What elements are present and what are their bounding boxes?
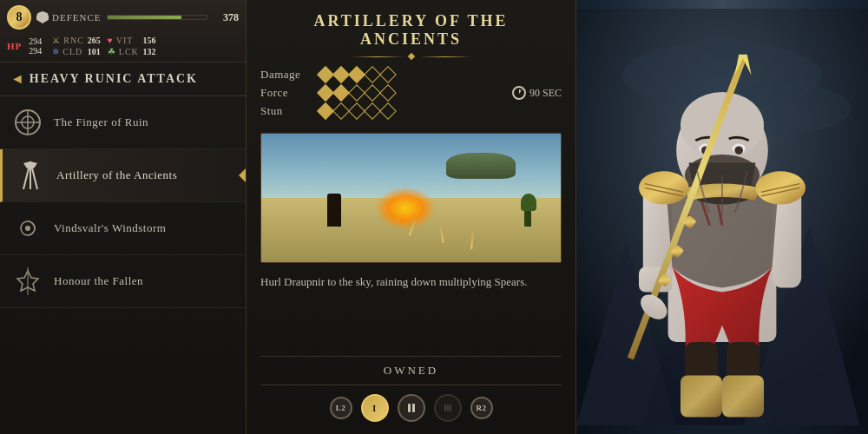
preview-explosion	[375, 187, 436, 230]
cooldown-badge: 90 SEC	[512, 86, 562, 100]
cooldown-value: 90 SEC	[529, 87, 562, 100]
damage-d4	[364, 66, 381, 83]
title-divider	[260, 54, 562, 59]
stat-vit: ♥ VIT 156	[108, 36, 156, 45]
svg-rect-37	[722, 375, 764, 417]
stun-stat-row: Stun	[260, 104, 562, 118]
slot-1-button[interactable]: I	[361, 394, 389, 422]
ability-title: ARTILLERY OF THE ANCIENTS	[260, 12, 562, 49]
stat-cld: ❄ CLD 101	[52, 47, 101, 56]
runic-header: ◄ HEAVY RUNIC ATTACK	[0, 62, 246, 96]
force-label: Force	[260, 86, 312, 100]
lck-label: LCK	[119, 47, 139, 56]
force-d3	[348, 84, 365, 102]
finger-icon	[12, 107, 43, 138]
hp-values: 294294	[29, 36, 42, 56]
back-arrow-icon[interactable]: ◄	[10, 71, 24, 87]
lck-value: 132	[142, 47, 155, 56]
cld-icon: ❄	[52, 47, 59, 56]
preview-island	[446, 153, 516, 179]
defence-label: DEFENCE	[36, 11, 102, 23]
shield-icon	[36, 11, 49, 23]
vindsvalr-label: Vindsvalr's Windstorm	[54, 221, 166, 235]
menu-item-vindsvalr[interactable]: Vindsvalr's Windstorm	[0, 202, 246, 255]
svg-point-22	[681, 92, 764, 159]
vindsvalr-icon	[12, 213, 43, 244]
damage-diamonds	[319, 69, 394, 81]
stats-bar: 8 DEFENCE 378 HP 294294	[0, 0, 246, 62]
menu-item-artillery[interactable]: Artillery of the Ancients	[0, 149, 246, 202]
force-d1	[317, 84, 334, 102]
artillery-icon	[15, 160, 46, 191]
stun-diamonds	[319, 105, 394, 117]
pause-bar-2	[412, 404, 415, 412]
divider-diamond	[407, 53, 414, 60]
ability-stats: Damage Force 90 SEC	[260, 68, 562, 122]
clock-icon	[512, 86, 526, 100]
vit-icon: ♥	[108, 36, 113, 45]
honour-icon	[12, 266, 43, 297]
force-d5	[379, 84, 397, 102]
damage-stat-row: Damage	[260, 68, 562, 82]
force-stat-row: Force 90 SEC	[260, 86, 562, 100]
active-indicator	[239, 168, 246, 182]
hp-label: HP	[7, 41, 22, 51]
pause-icon	[408, 404, 415, 412]
vit-label: VIT	[116, 36, 134, 45]
ability-menu: The Finger of Ruin Artillery of the Anci…	[0, 96, 246, 434]
stun-d4	[364, 102, 381, 120]
ability-preview-image	[260, 133, 562, 263]
stun-d1	[317, 102, 334, 120]
stun-label: Stun	[260, 104, 312, 118]
ability-description: Hurl Draupnir to the sky, raining down m…	[260, 273, 562, 291]
menu-item-honour[interactable]: Honour the Fallen	[0, 255, 246, 308]
honour-label: Honour the Fallen	[54, 274, 143, 288]
owned-badge: OWNED	[260, 356, 562, 385]
defence-row: DEFENCE 378	[36, 11, 239, 24]
stun-d2	[332, 102, 350, 120]
artillery-label: Artillery of the Ancients	[56, 168, 177, 182]
divider-line-left	[352, 56, 404, 57]
rnc-icon: ⚔	[52, 36, 60, 45]
stats-grid: ⚔ RNC 265 ♥ VIT 156 ❄ CLD 101 ☘ LCK	[52, 36, 155, 56]
damage-d3	[348, 66, 365, 83]
sidebar: 8 DEFENCE 378 HP 294294	[0, 0, 247, 434]
preview-tree-top	[521, 194, 536, 211]
force-d2	[332, 84, 350, 102]
preview-scene	[261, 134, 561, 262]
slot-2-button[interactable]	[398, 394, 425, 422]
button-row: L2 I R2	[260, 394, 562, 422]
defence-bar-fill	[108, 16, 182, 19]
svg-point-26	[734, 146, 743, 155]
damage-d5	[379, 66, 397, 83]
slot-3-button[interactable]	[434, 394, 462, 422]
force-diamonds	[319, 87, 394, 99]
rnc-label: RNC	[63, 36, 84, 45]
stat-rnc: ⚔ RNC 265	[52, 36, 101, 45]
level-badge: 8	[7, 5, 31, 30]
pause-bar-1	[408, 404, 411, 412]
l2-button[interactable]: L2	[330, 397, 352, 419]
svg-point-9	[25, 226, 30, 231]
ability-detail-panel: ARTILLERY OF THE ANCIENTS Damage Force	[247, 0, 576, 434]
finger-label: The Finger of Ruin	[54, 115, 148, 129]
stun-d3	[348, 102, 365, 120]
defence-value: 378	[213, 11, 239, 24]
svg-rect-36	[681, 375, 722, 417]
cld-value: 101	[88, 47, 101, 56]
character-panel	[576, 0, 868, 434]
menu-item-finger[interactable]: The Finger of Ruin	[0, 96, 246, 149]
r2-button[interactable]: R2	[470, 397, 493, 419]
divider-line-right	[419, 56, 471, 57]
vit-value: 156	[142, 36, 155, 45]
cld-label: CLD	[62, 47, 82, 56]
kratos-artwork	[576, 0, 868, 434]
runic-section-title: HEAVY RUNIC ATTACK	[30, 72, 198, 86]
rnc-value: 265	[88, 36, 101, 45]
damage-label: Damage	[260, 68, 312, 82]
force-d4	[364, 84, 381, 102]
preview-character	[327, 194, 341, 227]
lck-icon: ☘	[108, 47, 115, 56]
damage-d1	[317, 66, 334, 83]
stun-d5	[379, 102, 397, 120]
